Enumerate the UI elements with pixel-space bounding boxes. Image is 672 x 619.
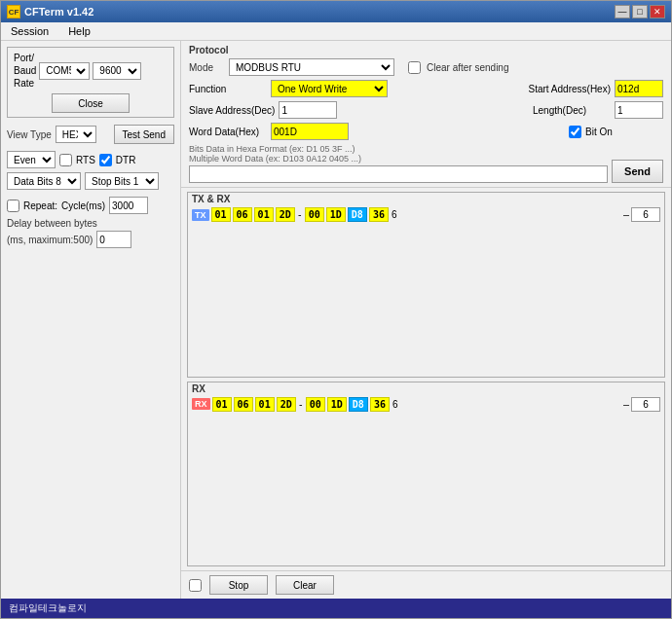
function-select[interactable]: One Word Write: [271, 80, 388, 97]
repeat-label: Repeat:: [23, 200, 57, 211]
rx-byte-4: 00: [306, 397, 325, 412]
menu-session[interactable]: Session: [5, 24, 55, 38]
stop-checkbox[interactable]: [189, 579, 202, 592]
rx-section-label: RX: [188, 382, 664, 395]
hint-multi: Multiple Word Data (ex: D103 0A12 0405 .…: [189, 154, 608, 164]
stop-bits-select[interactable]: Stop Bits 1: [85, 172, 159, 190]
rx-byte-1: 06: [234, 397, 253, 412]
app-icon: CF: [7, 5, 20, 18]
window-title: CFTerm v1.42: [24, 6, 93, 18]
rx-byte-7: 36: [370, 397, 390, 412]
status-bar: 컴파일테크놀로지: [1, 599, 671, 618]
length-input[interactable]: [615, 101, 663, 119]
tx-rx-container: TX & RX TX 01 06 01 2D - 00 1D D8 36 6: [181, 188, 671, 570]
cycle-input[interactable]: [109, 197, 148, 214]
baud-select[interactable]: 9600: [93, 62, 141, 80]
title-bar-left: CF CFTerm v1.42: [7, 5, 93, 18]
port-baud-row: Port/ Baud Rate COM5 9600: [14, 52, 168, 90]
length-label: Length(Dec): [533, 105, 611, 116]
bit-on-field: Bit On: [569, 126, 663, 138]
word-data-label: Word Data(Hex): [189, 127, 267, 137]
protocol-title: Protocol: [189, 45, 663, 55]
cycle-label: Cycle(ms): [61, 200, 105, 211]
clear-after-sending-label: Clear after sending: [427, 62, 509, 73]
test-send-button[interactable]: Test Send: [114, 125, 174, 144]
tx-byte-1: 06: [233, 207, 252, 222]
rx-section: RX RX 01 06 01 2D - 00 1D D8 36 6: [187, 382, 665, 567]
tx-data-row: TX 01 06 01 2D - 00 1D D8 36 6 – 6: [188, 205, 664, 224]
start-address-input[interactable]: [615, 80, 663, 97]
tx-section: TX & RX TX 01 06 01 2D - 00 1D D8 36 6: [187, 192, 665, 378]
rts-dtr-row: Even RTS DTR: [7, 151, 174, 168]
word-data-field: Word Data(Hex): [189, 123, 349, 140]
bit-on-checkbox[interactable]: [569, 126, 581, 138]
dtr-checkbox[interactable]: [99, 154, 112, 166]
rx-byte-0: 01: [212, 397, 232, 412]
delay-sublabel: (ms, maximum:500): [7, 235, 93, 245]
close-button-serial[interactable]: Close: [52, 93, 130, 113]
mode-select[interactable]: MODBUS RTU: [229, 58, 394, 76]
close-button[interactable]: ✕: [650, 5, 665, 18]
port-select[interactable]: COM5: [39, 62, 90, 80]
length-field: Length(Dec): [533, 101, 663, 119]
port-label: Port/: [14, 52, 36, 64]
rx-data-row: RX 01 06 01 2D - 00 1D D8 36 6 – 6: [188, 395, 664, 414]
dtr-label: DTR: [116, 155, 136, 165]
rx-sep: 6: [392, 399, 398, 410]
slave-address-label: Slave Address(Dec): [189, 105, 275, 116]
menu-bar: Session Help: [1, 22, 671, 41]
mode-row: Mode MODBUS RTU Clear after sending: [189, 58, 663, 76]
clear-after-sending-checkbox[interactable]: [408, 61, 421, 74]
mode-label: Mode: [189, 62, 223, 73]
bit-on-label: Bit On: [585, 127, 663, 137]
data-bits-select[interactable]: Data Bits 8: [7, 172, 81, 190]
multi-word-input[interactable]: [189, 165, 608, 183]
main-content: Port/ Baud Rate COM5 9600 Close: [1, 41, 671, 599]
title-bar: CF CFTerm v1.42 — □ ✕: [1, 1, 671, 22]
tx-byte-3: 2D: [276, 207, 295, 222]
tx-byte-0: 01: [211, 207, 231, 222]
tx-dash: –: [623, 209, 629, 220]
tx-byte-7: 36: [369, 207, 389, 222]
tx-tag: TX: [192, 209, 209, 221]
tx-byte-4: 00: [305, 207, 324, 222]
repeat-checkbox[interactable]: [7, 200, 19, 212]
status-text: 컴파일테크놀로지: [9, 601, 87, 615]
rts-checkbox[interactable]: [59, 154, 72, 166]
delay-label: Delay between bytes: [7, 218, 174, 229]
slave-address-input[interactable]: [279, 101, 337, 119]
title-buttons: — □ ✕: [615, 5, 665, 18]
tx-count-display: – 6: [623, 207, 660, 222]
rx-byte-2: 01: [255, 397, 275, 412]
minimize-button[interactable]: —: [615, 5, 630, 18]
tx-count: 6: [631, 207, 660, 222]
stop-button[interactable]: Stop: [209, 575, 268, 595]
tx-sep: 6: [392, 209, 397, 220]
baud-label: Baud: [14, 64, 36, 77]
delay-input[interactable]: [96, 231, 131, 248]
main-window: CF CFTerm v1.42 — □ ✕ Session Help Port/…: [0, 0, 672, 619]
start-address-label: Start Address(Hex): [529, 84, 611, 94]
tx-byte-5: 1D: [326, 207, 346, 222]
function-label: Function: [189, 84, 267, 94]
rate-label: Rate: [14, 77, 36, 90]
rts-label: RTS: [76, 155, 95, 165]
view-type-select[interactable]: HEX: [56, 126, 96, 143]
rx-byte-3: 2D: [277, 397, 296, 412]
rx-byte-6: D8: [349, 397, 368, 412]
word-data-input[interactable]: [271, 123, 349, 140]
maximize-button[interactable]: □: [632, 5, 648, 18]
clear-button[interactable]: Clear: [276, 575, 334, 595]
right-panel: Protocol Mode MODBUS RTU Clear after sen…: [181, 41, 671, 599]
rx-count-display: – 6: [623, 397, 660, 412]
function-field: Function One Word Write: [189, 80, 388, 97]
left-panel: Port/ Baud Rate COM5 9600 Close: [1, 41, 181, 599]
rx-tag: RX: [192, 398, 210, 410]
parity-select[interactable]: Even: [7, 151, 56, 168]
rx-dash: –: [623, 399, 629, 410]
port-baud-group: Port/ Baud Rate COM5 9600 Close: [7, 47, 174, 118]
send-button[interactable]: Send: [612, 160, 663, 183]
tx-section-label: TX & RX: [188, 193, 664, 205]
repeat-row: Repeat: Cycle(ms): [7, 197, 174, 214]
menu-help[interactable]: Help: [62, 24, 96, 38]
